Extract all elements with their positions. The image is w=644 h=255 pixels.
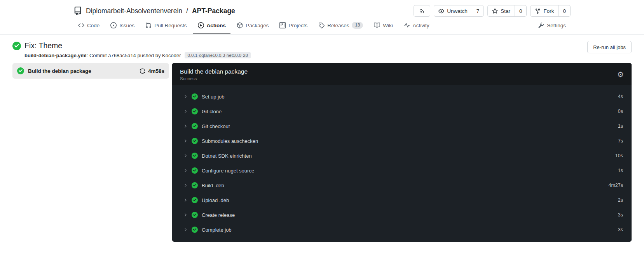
- log-panel-status: Success: [180, 76, 248, 81]
- ref-badge[interactable]: 0.0.1-oqtane10.0.3-net10.0-28: [185, 52, 250, 58]
- run-success-icon: [12, 42, 21, 58]
- tab-code[interactable]: Code: [73, 17, 104, 34]
- step-name: Create release: [202, 212, 235, 218]
- star-count[interactable]: 0: [515, 5, 527, 16]
- job-success-icon: [17, 67, 24, 74]
- step-duration: 1s: [618, 168, 623, 173]
- repo-name-link[interactable]: APT-Package: [192, 7, 235, 15]
- step-row-build-deb[interactable]: Build .deb 4m27s: [172, 178, 632, 193]
- pull-request-icon: [145, 22, 152, 28]
- job-duration: 4m58s: [148, 68, 164, 74]
- rss-button[interactable]: [414, 5, 430, 17]
- chevron-right-icon[interactable]: [183, 183, 188, 188]
- star-button[interactable]: Star: [488, 5, 515, 16]
- step-success-icon: [192, 153, 198, 159]
- tab-packages[interactable]: Packages: [232, 17, 273, 34]
- repo-owner-link[interactable]: Diplomarbeit-Absolventenverein: [86, 7, 182, 15]
- run-header: Fix: Theme build-debian-package.yml: Com…: [12, 41, 632, 58]
- issue-icon: [110, 22, 117, 28]
- step-name: Complete job: [202, 227, 232, 233]
- step-duration: 3s: [618, 227, 623, 232]
- repo-separator: /: [186, 7, 188, 15]
- tab-issues-label: Issues: [119, 23, 134, 28]
- sync-icon[interactable]: [140, 68, 145, 74]
- rss-icon: [414, 5, 430, 16]
- step-row-complete-job[interactable]: Complete job 3s: [172, 222, 632, 237]
- tab-activity-label: Activity: [413, 23, 429, 28]
- package-icon: [237, 22, 243, 28]
- chevron-right-icon[interactable]: [183, 227, 188, 232]
- step-success-icon: [192, 182, 198, 188]
- step-row-configure-nuget[interactable]: Configure nuget source 1s: [172, 163, 632, 178]
- tab-settings[interactable]: Settings: [533, 17, 571, 34]
- step-name: Dotnet SDK einrichten: [202, 153, 252, 159]
- fork-label: Fork: [543, 8, 554, 14]
- step-name: Upload .deb: [202, 197, 229, 203]
- step-success-icon: [192, 167, 198, 174]
- step-success-icon: [192, 227, 198, 233]
- step-duration: 3s: [618, 212, 623, 218]
- chevron-right-icon[interactable]: [183, 153, 188, 158]
- steps-list: Set up job 4s Git clone 0s Git checkout …: [172, 85, 632, 242]
- step-row-upload-deb[interactable]: Upload .deb 2s: [172, 193, 632, 208]
- chevron-right-icon[interactable]: [183, 213, 188, 217]
- chevron-right-icon[interactable]: [183, 168, 188, 173]
- job-item[interactable]: Build the debian package 4m58s: [12, 63, 169, 79]
- tab-settings-label: Settings: [547, 23, 566, 28]
- log-panel-header: Build the debian package Success ⚙: [172, 63, 632, 85]
- tab-wiki-label: Wiki: [383, 23, 393, 28]
- tab-releases-label: Releases: [327, 23, 349, 28]
- step-success-icon: [192, 138, 198, 144]
- step-duration: 4m27s: [608, 183, 623, 188]
- log-panel: Build the debian package Success ⚙ Set u…: [172, 63, 632, 242]
- step-duration: 7s: [618, 138, 623, 144]
- tab-code-label: Code: [87, 23, 99, 28]
- fork-button[interactable]: Fork: [531, 5, 558, 16]
- star-icon: [492, 8, 498, 14]
- step-name: Build .deb: [202, 183, 224, 188]
- chevron-right-icon[interactable]: [183, 109, 188, 114]
- step-name: Set up job: [202, 94, 225, 100]
- step-duration: 2s: [618, 197, 623, 203]
- step-row-submodules[interactable]: Submodules auschecken 7s: [172, 134, 632, 148]
- fork-button-group: Fork 0: [530, 5, 571, 17]
- tab-actions[interactable]: Actions: [193, 17, 231, 34]
- repo-title: Diplomarbeit-Absolventenverein / APT-Pac…: [73, 7, 235, 15]
- run-title: Fix: Theme: [24, 41, 251, 50]
- releases-count-badge: 13: [352, 22, 363, 29]
- tab-pull-requests-label: Pull Requests: [154, 23, 187, 28]
- step-row-git-clone[interactable]: Git clone 0s: [172, 104, 632, 119]
- step-row-dotnet-sdk[interactable]: Dotnet SDK einrichten 10s: [172, 148, 632, 163]
- tab-activity[interactable]: Activity: [399, 17, 434, 34]
- chevron-right-icon[interactable]: [183, 94, 188, 99]
- watch-count[interactable]: 7: [472, 5, 484, 16]
- chevron-right-icon[interactable]: [183, 198, 188, 202]
- tab-pull-requests[interactable]: Pull Requests: [141, 17, 191, 34]
- workflow-file-name: build-debian-package.yml: [24, 53, 87, 58]
- job-name: Build the debian package: [28, 68, 91, 74]
- rerun-all-jobs-button[interactable]: Re-run all jobs: [587, 41, 632, 53]
- repo-tabs-bar: Code Issues Pull Requests Actions Packag…: [0, 17, 644, 35]
- run-commit-text: : Commit a768ac5a14 pushed by Kocoder: [87, 53, 181, 58]
- project-icon: [279, 22, 286, 28]
- gear-icon[interactable]: ⚙: [617, 71, 624, 78]
- chevron-right-icon[interactable]: [183, 124, 188, 128]
- fork-count[interactable]: 0: [558, 5, 570, 16]
- step-name: Configure nuget source: [202, 168, 254, 174]
- tab-projects[interactable]: Projects: [275, 17, 312, 34]
- step-row-setup-job[interactable]: Set up job 4s: [172, 89, 632, 104]
- step-duration: 10s: [615, 153, 623, 158]
- step-name: Git checkout: [202, 123, 230, 129]
- tab-releases[interactable]: Releases 13: [314, 17, 368, 34]
- book-icon: [374, 22, 380, 28]
- step-row-create-release[interactable]: Create release 3s: [172, 208, 632, 222]
- unwatch-button[interactable]: Unwatch: [434, 5, 472, 16]
- step-success-icon: [192, 197, 198, 203]
- tab-wiki[interactable]: Wiki: [369, 17, 398, 34]
- step-success-icon: [192, 93, 198, 100]
- chevron-right-icon[interactable]: [183, 139, 188, 143]
- tab-issues[interactable]: Issues: [106, 17, 139, 34]
- step-row-git-checkout[interactable]: Git checkout 1s: [172, 119, 632, 134]
- actions-icon: [198, 22, 204, 28]
- step-duration: 1s: [618, 123, 623, 129]
